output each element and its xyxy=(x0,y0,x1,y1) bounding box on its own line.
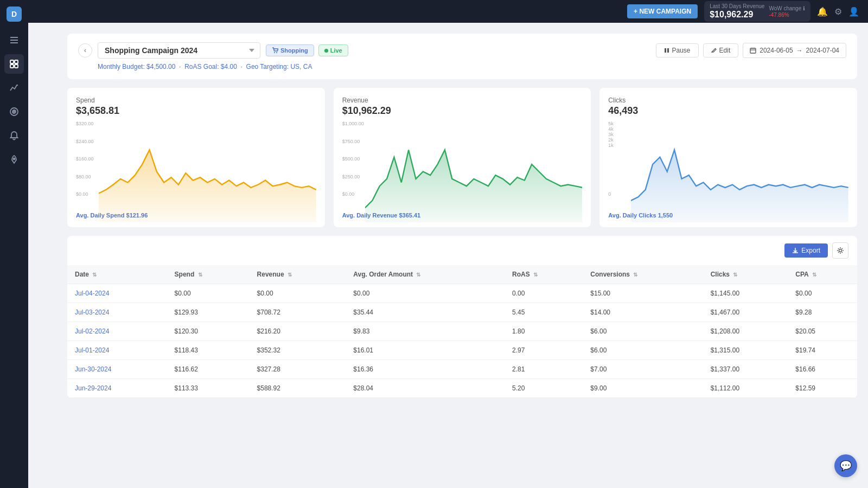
col-cpa[interactable]: CPA ⇅ xyxy=(788,265,857,284)
gear-icon xyxy=(837,247,844,254)
export-button[interactable]: Export xyxy=(784,243,828,258)
wow-label: WoW change ℹ xyxy=(769,5,805,12)
campaign-selector[interactable]: Shopping Campaign 2024 xyxy=(98,42,260,59)
col-conversions[interactable]: Conversions ⇅ xyxy=(583,265,703,284)
cell-roas: 2.97 xyxy=(505,341,583,360)
cell-date: Jun-29-2024 xyxy=(67,379,167,398)
chat-bubble-button[interactable]: 💬 xyxy=(834,454,857,477)
live-badge: Live xyxy=(318,44,348,56)
cell-spend: $0.00 xyxy=(167,284,250,303)
cell-conversions: $6.00 xyxy=(583,341,703,360)
edit-button[interactable]: Edit xyxy=(703,43,739,57)
table-settings-button[interactable] xyxy=(832,242,848,259)
cell-avg-order: $0.00 xyxy=(346,284,505,303)
sidebar-item-rocket[interactable] xyxy=(4,150,24,169)
table-body: Jul-04-2024 $0.00 $0.00 $0.00 0.00 $15.0… xyxy=(67,284,857,398)
cell-cpa: $9.28 xyxy=(788,303,857,322)
cell-cpa: $19.74 xyxy=(788,341,857,360)
revenue-chart-value: $10,962.29 xyxy=(342,105,583,117)
cell-roas: 1.80 xyxy=(505,322,583,341)
spend-chart-card: Spend $3,658.81 $320.00$240.00$160.00$80… xyxy=(67,88,325,227)
col-revenue[interactable]: Revenue ⇅ xyxy=(250,265,346,284)
revenue-chart-card: Revenue $10,962.29 $1,000.00$750.00$500.… xyxy=(334,88,591,227)
live-dot xyxy=(324,49,328,53)
cell-date: Jul-04-2024 xyxy=(67,284,167,303)
spend-chart-title: Spend xyxy=(76,97,316,104)
cell-conversions: $14.00 xyxy=(583,303,703,322)
revenue-y-axis: $1,000.00$750.00$500.00$250.00$0.00 xyxy=(342,121,364,197)
revenue-label: Last 30 Days Revenue xyxy=(710,3,764,10)
back-button[interactable]: ‹ xyxy=(78,43,92,57)
svg-point-12 xyxy=(276,52,277,53)
sidebar: D xyxy=(0,0,28,488)
notification-icon[interactable]: 🔔 xyxy=(817,7,828,17)
table-row: Jun-30-2024 $116.62 $327.28 $16.36 2.81 … xyxy=(67,360,857,379)
revenue-value: $10,962.29 xyxy=(710,10,764,20)
cell-cpa: $12.59 xyxy=(788,379,857,398)
cell-cpa: $0.00 xyxy=(788,284,857,303)
clicks-y-axis: 5k4k3k2k1k0 xyxy=(608,121,630,197)
revenue-chart-area: $1,000.00$750.00$500.00$250.00$0.00 xyxy=(342,121,583,208)
sidebar-item-campaigns[interactable] xyxy=(4,102,24,121)
app-logo[interactable]: D xyxy=(7,7,22,22)
cell-spend: $120.30 xyxy=(167,322,250,341)
cell-spend: $113.33 xyxy=(167,379,250,398)
user-icon[interactable]: 👤 xyxy=(848,7,859,17)
col-avg-order[interactable]: Avg. Order Amount ⇅ xyxy=(346,265,505,284)
sidebar-item-menu[interactable] xyxy=(4,30,24,50)
cell-date: Jun-30-2024 xyxy=(67,360,167,379)
col-date[interactable]: Date ⇅ xyxy=(67,265,167,284)
clicks-chart-value: 46,493 xyxy=(608,105,848,117)
spend-chart-svg xyxy=(99,121,316,222)
settings-icon[interactable]: ⚙ xyxy=(834,7,842,17)
cell-spend: $116.62 xyxy=(167,360,250,379)
charts-row: Spend $3,658.81 $320.00$240.00$160.00$80… xyxy=(67,88,857,227)
cell-roas: 0.00 xyxy=(505,284,583,303)
date-start: 2024-06-05 xyxy=(760,47,793,54)
cell-roas: 2.81 xyxy=(505,360,583,379)
sidebar-item-alerts[interactable] xyxy=(4,126,24,145)
cell-avg-order: $16.01 xyxy=(346,341,505,360)
pause-button[interactable]: Pause xyxy=(656,43,699,57)
export-icon xyxy=(792,247,799,254)
cell-revenue: $708.72 xyxy=(250,303,346,322)
data-table: Date ⇅ Spend ⇅ Revenue ⇅ Avg. Order Amou… xyxy=(67,265,857,398)
cell-revenue: $352.32 xyxy=(250,341,346,360)
topnav: + NEW CAMPAIGN Last 30 Days Revenue $10,… xyxy=(28,0,868,23)
clicks-chart-svg xyxy=(631,121,848,222)
svg-rect-13 xyxy=(665,48,666,53)
col-clicks[interactable]: Clicks ⇅ xyxy=(703,265,788,284)
cell-avg-order: $28.04 xyxy=(346,379,505,398)
svg-rect-4 xyxy=(15,60,18,63)
cell-avg-order: $35.44 xyxy=(346,303,505,322)
sidebar-item-dashboard[interactable] xyxy=(4,54,24,74)
col-spend[interactable]: Spend ⇅ xyxy=(167,265,250,284)
cell-conversions: $9.00 xyxy=(583,379,703,398)
table-row: Jul-02-2024 $120.30 $216.20 $9.83 1.80 $… xyxy=(67,322,857,341)
shopping-badge: Shopping xyxy=(266,44,314,56)
cell-revenue: $327.28 xyxy=(250,360,346,379)
new-campaign-button[interactable]: + NEW CAMPAIGN xyxy=(627,4,698,18)
cell-clicks: $1,112.00 xyxy=(703,379,788,398)
col-roas[interactable]: RoAS ⇅ xyxy=(505,265,583,284)
cell-spend: $129.93 xyxy=(167,303,250,322)
cell-cpa: $20.05 xyxy=(788,322,857,341)
table-row: Jul-01-2024 $118.43 $352.32 $16.01 2.97 … xyxy=(67,341,857,360)
sidebar-item-analytics[interactable] xyxy=(4,78,24,98)
cell-cpa: $16.66 xyxy=(788,360,857,379)
table-row: Jul-03-2024 $129.93 $708.72 $35.44 5.45 … xyxy=(67,303,857,322)
pause-icon xyxy=(664,48,669,53)
cell-revenue: $588.92 xyxy=(250,379,346,398)
svg-point-19 xyxy=(839,249,842,252)
clicks-chart-area: 5k4k3k2k1k0 xyxy=(608,121,848,208)
svg-rect-14 xyxy=(667,48,669,53)
date-range-picker[interactable]: 2024-06-05 → 2024-07-04 xyxy=(743,43,846,58)
campaign-header: ‹ Shopping Campaign 2024 Shopping Live P… xyxy=(67,34,857,79)
cell-clicks: $1,467.00 xyxy=(703,303,788,322)
table-header: Date ⇅ Spend ⇅ Revenue ⇅ Avg. Order Amou… xyxy=(67,265,857,284)
cell-clicks: $1,145.00 xyxy=(703,284,788,303)
shopping-icon xyxy=(272,47,278,54)
cell-revenue: $0.00 xyxy=(250,284,346,303)
campaign-meta: Monthly Budget: $4,500.00 · RoAS Goal: $… xyxy=(78,63,846,70)
svg-point-10 xyxy=(14,158,15,160)
